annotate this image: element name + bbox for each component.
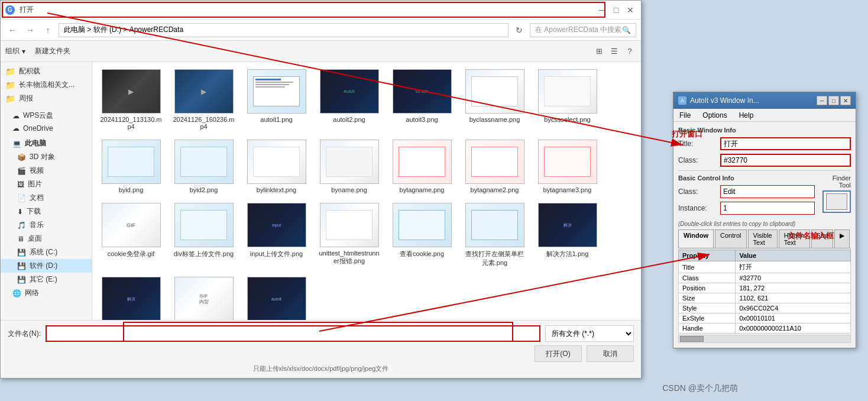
list-item[interactable]: ▶ 20241126_160236.mp4 — [170, 67, 238, 132]
file-area[interactable]: ▶ 20241120_113130.mp4 ▶ 20241126_160236.… — [92, 62, 641, 320]
file-label: bytagname.png — [400, 186, 445, 193]
open-button[interactable]: 打开(O) — [535, 345, 582, 362]
list-item[interactable]: AutoIt autoit2.png — [315, 67, 383, 132]
up-button[interactable]: ↑ — [41, 23, 55, 37]
close-button[interactable]: ✕ — [624, 4, 636, 16]
list-item[interactable]: 查看cookie.png — [388, 200, 456, 270]
sidebar-item-video[interactable]: 🎬 视频 — [1, 164, 92, 177]
table-row[interactable]: Handle 0x000000000211A10 — [679, 324, 851, 334]
sidebar-item-downloads[interactable]: ⬇ 下载 — [1, 205, 92, 218]
forward-button[interactable]: → — [23, 23, 37, 37]
drive-d-icon: 💾 — [17, 262, 26, 270]
menu-help[interactable]: Help — [736, 110, 757, 121]
divider1 — [678, 170, 851, 171]
desktop-icon: 🖥 — [17, 235, 24, 243]
autoit-maximize-button[interactable]: □ — [828, 96, 839, 105]
horizontal-scrollbar[interactable] — [678, 335, 851, 343]
search-box[interactable]: 在 ApowerRECData 中搜索 🔍 — [530, 23, 636, 37]
title-value-input[interactable] — [720, 137, 851, 150]
table-row[interactable]: Position 181, 272 — [679, 283, 851, 293]
table-row[interactable]: Size 1102, 621 — [679, 293, 851, 303]
list-item[interactable]: byid.png — [97, 137, 165, 196]
list-item[interactable]: autoit1.png — [242, 67, 310, 132]
list-item[interactable]: ▶ 20241120_113130.mp4 — [97, 67, 165, 132]
sidebar-item-documents[interactable]: 📄 文档 — [1, 191, 92, 205]
folder-icon: 📁 — [5, 67, 15, 76]
table-row[interactable]: Class #32770 — [679, 273, 851, 283]
table-row[interactable]: ExStyle 0x00010101 — [679, 313, 851, 324]
sidebar-item-pictures[interactable]: 🖼 图片 — [1, 177, 92, 191]
sidebar-item-drive-e[interactable]: 💾 其它 (E:) — [1, 273, 92, 286]
list-view-button[interactable]: ☰ — [608, 45, 621, 58]
list-item[interactable]: unittest_htmltestrunner报错.png — [315, 200, 383, 270]
autoit-menu-bar: File Options Help — [673, 109, 856, 122]
list-item[interactable]: GIF内贸 内贸业务录入.gif — [170, 274, 238, 320]
refresh-button[interactable]: ↻ — [512, 23, 526, 37]
sidebar-item-music[interactable]: 🎵 音乐 — [1, 218, 92, 232]
sidebar-item-desktop[interactable]: 🖥 桌面 — [1, 232, 92, 245]
folder-icon: 📁 — [5, 94, 15, 104]
list-item[interactable]: 解决 解决方法2.png — [97, 274, 165, 320]
back-button[interactable]: ← — [5, 23, 20, 37]
autoit-close-button[interactable]: ✕ — [840, 96, 851, 105]
file-label: byname.png — [331, 186, 367, 193]
class-value-input[interactable] — [720, 154, 851, 167]
tab-more[interactable]: ▶ — [834, 229, 850, 248]
list-item[interactable]: GIF cookie免登录.gif — [97, 200, 165, 270]
tab-hidden-text[interactable]: Hidden Text — [779, 229, 810, 248]
table-row[interactable]: Style 0x96CC02C4 — [679, 303, 851, 313]
finder-box[interactable] — [822, 190, 851, 213]
file-thumbnail: GIF — [102, 203, 161, 247]
sidebar-item-changfeng[interactable]: 📁 长丰物流相关文... — [1, 78, 92, 92]
list-item[interactable]: byclassname.png — [461, 67, 529, 132]
sidebar-item-onedrive[interactable]: ☁ OneDrive — [1, 122, 92, 134]
instance-input[interactable] — [720, 202, 815, 215]
menu-file[interactable]: File — [676, 110, 694, 121]
list-item[interactable]: 查找打开左侧菜单栏元素.png — [461, 200, 529, 270]
sidebar-item-3d[interactable]: 📦 3D 对象 — [1, 150, 92, 164]
cancel-button[interactable]: 取消 — [587, 345, 634, 362]
large-icons-button[interactable]: ⊞ — [592, 45, 605, 58]
tab-window[interactable]: Window — [678, 229, 714, 248]
sidebar-item-zhoubao[interactable]: 📁 周报 — [1, 92, 92, 105]
minimize-button[interactable]: ─ — [596, 4, 608, 16]
ctrl-class-input[interactable] — [720, 185, 815, 198]
menu-options[interactable]: Options — [699, 110, 730, 121]
list-item[interactable]: bycssselect.png — [533, 67, 601, 132]
list-item[interactable]: bytagname2.png — [461, 137, 529, 196]
list-item[interactable]: v3 Win autoit3.png — [388, 67, 456, 132]
sidebar-item-drive-d[interactable]: 💾 软件 (D:) — [1, 259, 92, 273]
maximize-button[interactable]: □ — [610, 4, 622, 16]
property-column-header: Property — [679, 250, 736, 261]
prop-style-label: Style — [679, 303, 736, 313]
list-item[interactable]: bytagname3.png — [533, 137, 601, 196]
sidebar-item-this-pc[interactable]: 💻 此电脑 — [1, 137, 92, 150]
list-item[interactable]: input input上传文件.png — [242, 200, 310, 270]
tab-visible-text[interactable]: Visible Text — [748, 229, 778, 248]
help-button[interactable]: ? — [623, 45, 636, 58]
list-item[interactable]: byname.png — [315, 137, 383, 196]
sidebar-item-peicloud[interactable]: 📁 配积载 — [1, 64, 92, 78]
organize-button[interactable]: 组织 ▾ — [5, 46, 25, 56]
drive-c-icon: 💾 — [17, 248, 26, 257]
list-item[interactable]: autoit 下载autoit.png — [242, 274, 310, 320]
file-label: 查看cookie.png — [400, 250, 444, 258]
tab-control[interactable]: Control — [715, 229, 746, 248]
table-row[interactable]: Title 打开 — [679, 261, 851, 273]
sidebar-item-wps[interactable]: ☁ WPS云盘 — [1, 109, 92, 122]
address-path[interactable]: 此电脑 > 软件 (D:) > ApowerRECData — [59, 23, 509, 37]
list-item[interactable]: byid2.png — [170, 137, 238, 196]
sidebar-item-drive-c[interactable]: 💾 系统 (C:) — [1, 245, 92, 259]
filetype-select[interactable]: 所有文件 (*.*) — [545, 325, 634, 342]
file-thumbnail — [465, 69, 524, 114]
tab-stat[interactable]: Stat — [811, 229, 834, 248]
new-folder-button[interactable]: 新建文件夹 — [35, 46, 70, 56]
filename-input[interactable] — [46, 325, 540, 342]
list-item[interactable]: 解决 解决方法1.png — [533, 200, 601, 270]
file-thumbnail — [247, 140, 306, 184]
list-item[interactable]: bytagname.png — [388, 137, 456, 196]
sidebar-item-network[interactable]: 🌐 网络 — [1, 286, 92, 300]
list-item[interactable]: bylinktext.png — [242, 137, 310, 196]
list-item[interactable]: div标签上传文件.png — [170, 200, 238, 270]
autoit-minimize-button[interactable]: ─ — [817, 96, 827, 105]
